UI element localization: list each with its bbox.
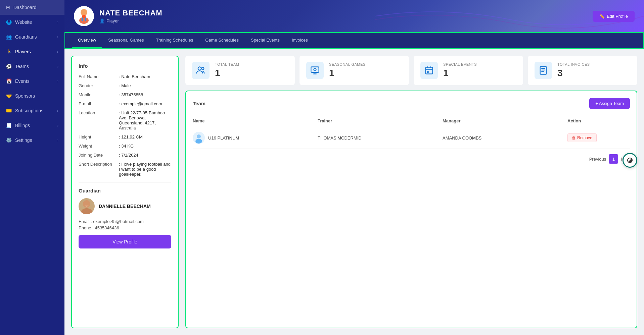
stat-info-special-events: SPECIAL EVENTS 1 (443, 62, 516, 78)
info-label-height: Height (79, 134, 119, 139)
info-value-location: : Unit 22/77-95 Bamboo Ave, Benowa, Quee… (119, 110, 171, 130)
divider (79, 182, 171, 182)
chevron-icon: › (57, 79, 58, 83)
guardian-avatar (79, 198, 95, 214)
stat-label-total-team: TOTAL TEAM (215, 62, 288, 66)
info-label-location: Location (79, 110, 119, 130)
chevron-icon: › (57, 35, 58, 39)
col-manager: Manager (443, 118, 567, 123)
sidebar-item-players[interactable]: 🏃 Players › (0, 44, 64, 59)
guardian-phone: Phone : 4535346436 (79, 225, 171, 230)
sidebar-item-dashboard[interactable]: ⊞ Dashboard (0, 0, 64, 15)
stat-value-special-events: 1 (443, 68, 516, 78)
svg-rect-12 (427, 71, 429, 73)
info-label-weight: Weight (79, 144, 119, 149)
sidebar-item-subscriptions[interactable]: 💳 Subscriptions › (0, 103, 64, 118)
svg-point-15 (197, 134, 201, 138)
svg-rect-4 (82, 15, 86, 18)
team-row-avatar (193, 132, 205, 144)
stat-info-seasonal-games: SEASONAL GAMES 1 (329, 62, 402, 78)
svg-point-1 (79, 17, 89, 24)
svg-point-8 (201, 67, 204, 70)
sidebar-item-events[interactable]: 📅 Events › (0, 74, 64, 89)
tab-special-events[interactable]: Special Events (245, 33, 286, 48)
col-action: Action (567, 118, 630, 123)
assign-team-button[interactable]: + Assign Team (589, 98, 630, 109)
guardians-icon: 👥 (6, 34, 12, 40)
sidebar-item-guardians[interactable]: 👥 Guardians › (0, 30, 64, 44)
tab-overview[interactable]: Overview (72, 33, 102, 48)
info-row-height: Height : 121.92 CM (79, 134, 171, 139)
sidebar-item-billings[interactable]: 🧾 Billings › (0, 118, 64, 133)
sidebar-item-sponsors[interactable]: 🤝 Sponsors (0, 89, 64, 103)
stat-card-seasonal-games: SEASONAL GAMES 1 (300, 56, 409, 85)
info-value-height: : 121.92 CM (119, 134, 143, 139)
events-icon-box (420, 62, 438, 79)
info-value-email: : exemple@gmail.com (119, 101, 162, 106)
chevron-icon: › (57, 123, 58, 127)
table-header: Name Trainer Manager Action (193, 115, 630, 127)
stat-label-special-events: SPECIAL EVENTS (443, 62, 516, 66)
info-row-weight: Weight : 34 KG (79, 144, 171, 149)
sidebar-item-settings[interactable]: ⚙️ Settings › (0, 133, 64, 148)
tab-game-schedules[interactable]: Game Schedules (199, 33, 245, 48)
stat-value-seasonal-games: 1 (329, 68, 402, 78)
fab-button[interactable] (623, 153, 637, 168)
sidebar-label-subscriptions: Subscriptions (15, 108, 43, 113)
dashboard-icon: ⊞ (6, 5, 10, 10)
sidebar-label-players: Players (15, 49, 31, 54)
edit-profile-button[interactable]: ✏️ Edit Profile (593, 11, 635, 22)
remove-button[interactable]: 🗑 Remove (567, 133, 597, 142)
player-info: NATE BEECHAM 👤 Player (74, 6, 163, 26)
player-avatar (74, 6, 94, 26)
sidebar-item-teams[interactable]: ⚽ Teams › (0, 59, 64, 74)
page-number[interactable]: 1 (609, 154, 618, 164)
stat-info-total-invoices: TOTAL INVOICES 3 (557, 62, 631, 78)
svg-point-16 (195, 139, 202, 144)
info-row-location: Location : Unit 22/77-95 Bamboo Ave, Ben… (79, 110, 171, 130)
team-trainer: THOMAS MCDERMID (318, 135, 443, 141)
remove-icon: 🗑 (572, 135, 576, 140)
sidebar-label-events: Events (15, 78, 30, 84)
fab-inner (627, 158, 633, 163)
info-row-gender: Gender : Male (79, 83, 171, 88)
previous-button[interactable]: Previous (589, 157, 606, 162)
tab-invoices[interactable]: Invoices (286, 33, 314, 48)
chevron-icon: › (57, 64, 58, 68)
person-icon: 👤 (99, 18, 105, 23)
svg-rect-9 (311, 67, 319, 72)
player-role: 👤 Player (99, 18, 163, 23)
guardian-name: DANNIELLE BEECHAM (99, 204, 151, 209)
guardian-info: DANNIELLE BEECHAM (99, 204, 151, 209)
tab-seasonal-games[interactable]: Seassonal Games (102, 33, 150, 48)
players-icon: 🏃 (6, 49, 12, 54)
stat-label-total-invoices: TOTAL INVOICES (557, 62, 631, 66)
team-section: Team + Assign Team Name Trainer Manager … (185, 91, 637, 328)
info-value-joining-date: : 7/1/2024 (119, 153, 138, 158)
sponsors-icon: 🤝 (6, 93, 12, 99)
svg-point-10 (314, 68, 316, 71)
team-name-cell: U16 PLATINUM (193, 132, 318, 144)
right-panel: TOTAL TEAM 1 SEASONAL GAMES (185, 56, 637, 328)
team-title: Team (193, 101, 205, 106)
settings-icon: ⚙️ (6, 137, 12, 143)
info-row-email: E-mail : exemple@gmail.com (79, 101, 171, 106)
tab-training-schedules[interactable]: Training Schedules (150, 33, 199, 48)
stat-label-seasonal-games: SEASONAL GAMES (329, 62, 402, 66)
info-label-fullname: Full Name (79, 74, 119, 79)
pagination: Previous 1 Next (193, 154, 630, 164)
sidebar-label-billings: Billings (15, 123, 30, 128)
info-label-joining-date: Joining Date (79, 153, 119, 158)
info-row-joining-date: Joining Date : 7/1/2024 (79, 153, 171, 158)
guardian-email: Email : exemple.45@hotmail.com (79, 219, 171, 224)
stat-value-total-invoices: 3 (557, 68, 631, 78)
info-label-description: Short Description (79, 162, 119, 177)
svg-point-7 (198, 67, 201, 70)
view-profile-button[interactable]: View Profile (79, 235, 171, 248)
team-icon-box (192, 62, 210, 79)
content-area: Info Full Name : Nate Beecham Gender : M… (64, 49, 644, 335)
sidebar-item-website[interactable]: 🌐 Website › (0, 15, 64, 30)
info-section-title: Info (79, 63, 171, 69)
info-value-gender: : Male (119, 83, 131, 88)
svg-point-6 (81, 208, 92, 214)
